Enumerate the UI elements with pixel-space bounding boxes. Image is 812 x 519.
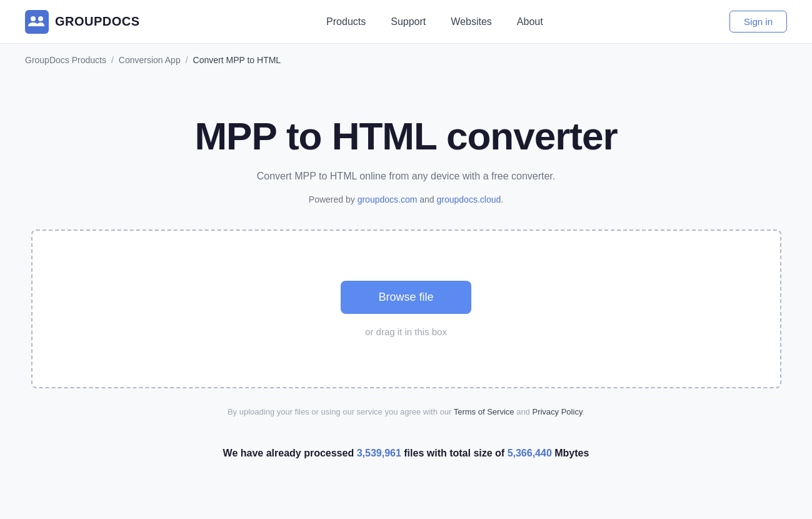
nav-products[interactable]: Products (326, 16, 366, 28)
nav-websites[interactable]: Websites (451, 16, 492, 28)
logo-text: GROUPDOCS (55, 14, 140, 29)
breadcrumb-conversion-app[interactable]: Conversion App (119, 55, 181, 65)
svg-point-2 (38, 16, 43, 21)
powered-by-between: and (417, 194, 436, 204)
groupdocs-cloud-link[interactable]: groupdocs.cloud (437, 194, 501, 204)
stats-files-count: 3,539,961 (357, 448, 401, 458)
stats-suffix: Mbytes (552, 448, 589, 458)
svg-rect-0 (25, 10, 49, 34)
breadcrumb-separator-2: / (186, 55, 188, 65)
main-content: MPP to HTML converter Convert MPP to HTM… (0, 76, 812, 484)
powered-by-text: Powered by groupdocs.com and groupdocs.c… (309, 194, 503, 204)
svg-point-1 (31, 16, 36, 21)
terms-prefix: By uploading your files or using our ser… (228, 407, 454, 416)
terms-text: By uploading your files or using our ser… (228, 407, 584, 416)
nav-about[interactable]: About (517, 16, 543, 28)
breadcrumb-separator-1: / (111, 55, 114, 65)
header: GROUPDOCS Products Support Websites Abou… (0, 0, 812, 44)
powered-by-prefix: Powered by (309, 194, 358, 204)
stats-size-value: 5,366,440 (508, 448, 552, 458)
terms-suffix: . (582, 407, 584, 416)
stats-text: We have already processed 3,539,961 file… (223, 448, 589, 459)
groupdocs-com-link[interactable]: groupdocs.com (358, 194, 418, 204)
terms-between: and (514, 407, 533, 416)
sign-in-button[interactable]: Sign in (729, 11, 787, 33)
page-title: MPP to HTML converter (194, 114, 617, 158)
stats-we-processed: We have already processed (223, 448, 357, 458)
main-nav: Products Support Websites About (326, 16, 543, 28)
groupdocs-logo-icon (25, 10, 49, 34)
browse-file-button[interactable]: Browse file (341, 281, 471, 314)
page-subtitle: Convert MPP to HTML online from any devi… (257, 171, 556, 182)
drop-zone[interactable]: Browse file or drag it in this box (31, 229, 781, 388)
privacy-policy-link[interactable]: Privacy Policy (532, 407, 582, 416)
breadcrumb-current-page: Convert MPP to HTML (193, 55, 281, 65)
breadcrumb: GroupDocs Products / Conversion App / Co… (0, 44, 812, 76)
drag-drop-text: or drag it in this box (365, 326, 447, 337)
powered-by-suffix: . (501, 194, 503, 204)
breadcrumb-groupdocs-products[interactable]: GroupDocs Products (25, 55, 106, 65)
nav-support[interactable]: Support (391, 16, 426, 28)
stats-middle: files with total size of (401, 448, 508, 458)
terms-of-service-link[interactable]: Terms of Service (454, 407, 514, 416)
logo[interactable]: GROUPDOCS (25, 10, 140, 34)
